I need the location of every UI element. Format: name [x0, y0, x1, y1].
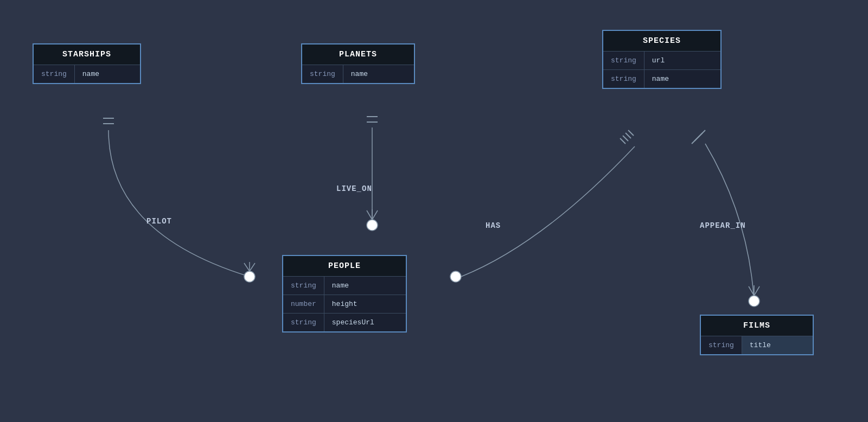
svg-line-18	[697, 133, 703, 138]
relation-live-on: LIVE_ON	[336, 184, 372, 193]
svg-line-5	[250, 263, 255, 271]
people-name-type: string	[283, 277, 324, 295]
svg-line-16	[620, 138, 626, 144]
svg-line-14	[623, 136, 628, 141]
svg-line-23	[749, 286, 754, 296]
relation-has: HAS	[486, 221, 501, 230]
svg-line-21	[694, 136, 700, 141]
people-row-height: number height	[283, 295, 406, 313]
svg-line-10	[367, 210, 372, 220]
entity-planets: PLANETS string name	[301, 43, 415, 84]
svg-line-15	[628, 130, 634, 136]
species-row-url: string url	[603, 51, 720, 69]
svg-line-25	[754, 286, 760, 296]
people-name-field: name	[324, 277, 406, 295]
svg-point-22	[749, 296, 760, 306]
species-url-type: string	[603, 52, 644, 69]
diagram-canvas: STARSHIPS string name PLANETS string nam…	[0, 0, 868, 422]
entity-people: PEOPLE string name number height string …	[282, 255, 407, 333]
planets-row-name: string name	[302, 65, 414, 83]
svg-line-20	[700, 130, 705, 136]
svg-point-9	[367, 220, 378, 231]
species-header: SPECIES	[603, 31, 720, 51]
people-height-field: height	[324, 295, 406, 313]
species-name-type: string	[603, 70, 644, 88]
svg-line-12	[372, 210, 378, 220]
films-header: FILMS	[701, 316, 813, 336]
starships-name-field: name	[75, 65, 140, 83]
entity-species: SPECIES string url string name	[602, 30, 722, 89]
starships-row-name: string name	[34, 65, 140, 83]
species-row-name: string name	[603, 69, 720, 88]
species-name-field: name	[644, 70, 720, 88]
people-row-name: string name	[283, 276, 406, 295]
planets-name-type: string	[302, 65, 343, 83]
films-title-field: title	[742, 336, 813, 354]
people-speciesurl-type: string	[283, 314, 324, 331]
svg-line-3	[244, 263, 250, 271]
people-speciesurl-field: speciesUrl	[324, 314, 406, 331]
svg-point-2	[244, 271, 255, 282]
entity-films: FILMS string title	[700, 315, 814, 355]
entity-starships: STARSHIPS string name	[33, 43, 141, 84]
planets-name-field: name	[343, 65, 414, 83]
films-title-type: string	[701, 336, 742, 354]
people-row-speciesurl: string speciesUrl	[283, 313, 406, 331]
relation-appear-in: APPEAR_IN	[700, 221, 746, 230]
people-height-type: number	[283, 295, 324, 313]
svg-line-17	[626, 133, 631, 138]
people-header: PEOPLE	[283, 256, 406, 276]
relation-pilot: PILOT	[146, 217, 172, 226]
svg-point-13	[450, 271, 461, 282]
species-url-field: url	[644, 52, 720, 69]
svg-line-19	[692, 138, 697, 144]
starships-name-type: string	[34, 65, 75, 83]
planets-header: PLANETS	[302, 44, 414, 65]
starships-header: STARSHIPS	[34, 44, 140, 65]
films-row-title: string title	[701, 336, 813, 354]
